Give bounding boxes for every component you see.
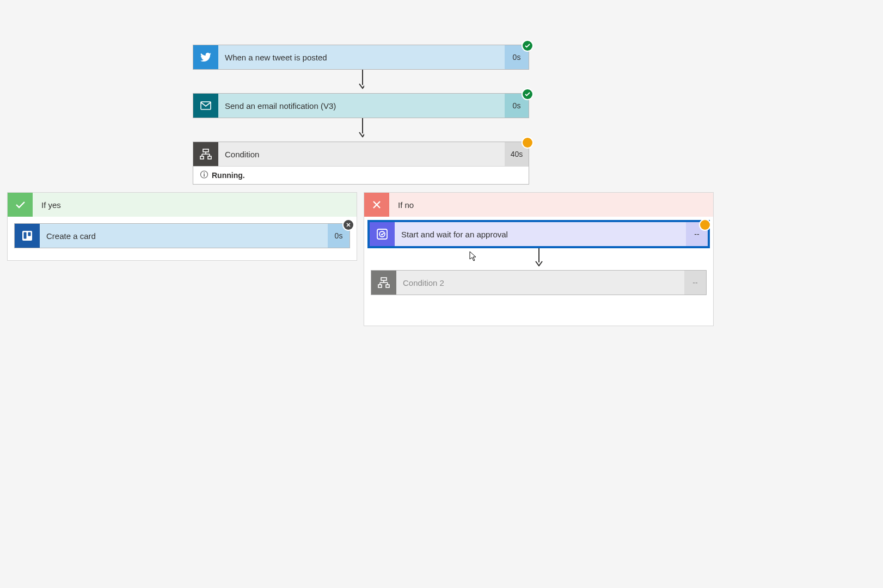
branch-if-no[interactable]: If no Start and wait for an approval -- … bbox=[364, 192, 714, 326]
step-duration: -- bbox=[692, 278, 697, 287]
mouse-cursor bbox=[469, 251, 478, 264]
branch-label: If no bbox=[398, 200, 414, 210]
flow-step-start-approval[interactable]: Start and wait for an approval -- bbox=[367, 220, 710, 248]
status-badge-cancelled bbox=[344, 220, 353, 230]
condition-status-row: Running. bbox=[193, 166, 529, 184]
svg-rect-14 bbox=[24, 232, 27, 239]
status-badge-running bbox=[523, 138, 532, 148]
flow-arrow bbox=[358, 119, 364, 138]
status-badge-running bbox=[700, 220, 710, 230]
svg-rect-19 bbox=[381, 278, 387, 280]
branch-if-yes[interactable]: If yes Create a card 0s bbox=[7, 192, 357, 261]
status-badge-success bbox=[523, 41, 532, 51]
step-title: Start and wait for an approval bbox=[401, 230, 508, 239]
twitter-icon bbox=[193, 45, 218, 69]
flow-step-condition[interactable]: Condition 40s Running. bbox=[193, 142, 529, 185]
approval-icon bbox=[370, 222, 395, 246]
x-icon bbox=[364, 193, 389, 217]
condition-icon bbox=[193, 142, 218, 166]
info-icon bbox=[200, 170, 209, 181]
flow-arrow bbox=[358, 71, 364, 89]
step-title: Send an email notification (V3) bbox=[225, 101, 336, 111]
flow-step-twitter-trigger[interactable]: When a new tweet is posted 0s bbox=[193, 45, 529, 70]
step-title: When a new tweet is posted bbox=[225, 53, 327, 62]
condition-status-text: Running. bbox=[212, 171, 245, 180]
svg-rect-9 bbox=[208, 156, 211, 159]
branch-label: If yes bbox=[41, 200, 61, 210]
status-badge-success bbox=[523, 89, 532, 99]
step-duration: 40s bbox=[511, 150, 523, 158]
step-title: Condition 2 bbox=[403, 278, 444, 287]
step-duration: 0s bbox=[335, 231, 343, 240]
flow-arrow bbox=[364, 248, 713, 267]
svg-rect-3 bbox=[203, 149, 209, 152]
condition-icon bbox=[371, 271, 396, 295]
branch-header-no: If no bbox=[364, 193, 713, 217]
check-icon bbox=[8, 193, 33, 217]
step-duration: 0s bbox=[513, 53, 521, 62]
svg-point-11 bbox=[204, 173, 205, 174]
branch-header-yes: If yes bbox=[8, 193, 357, 217]
mail-icon bbox=[193, 94, 218, 118]
trello-icon bbox=[15, 224, 40, 248]
svg-rect-15 bbox=[28, 232, 31, 236]
flow-step-condition-2[interactable]: Condition 2 -- bbox=[371, 270, 707, 295]
step-duration: 0s bbox=[513, 101, 521, 110]
svg-rect-24 bbox=[378, 285, 382, 287]
flow-step-create-card[interactable]: Create a card 0s bbox=[14, 223, 350, 248]
step-title: Create a card bbox=[46, 231, 96, 241]
step-title: Condition bbox=[225, 150, 259, 159]
flow-step-email-notification[interactable]: Send an email notification (V3) 0s bbox=[193, 93, 529, 118]
svg-rect-12 bbox=[204, 174, 205, 177]
svg-rect-8 bbox=[200, 156, 204, 159]
step-duration: -- bbox=[694, 230, 699, 238]
svg-rect-25 bbox=[386, 285, 389, 287]
